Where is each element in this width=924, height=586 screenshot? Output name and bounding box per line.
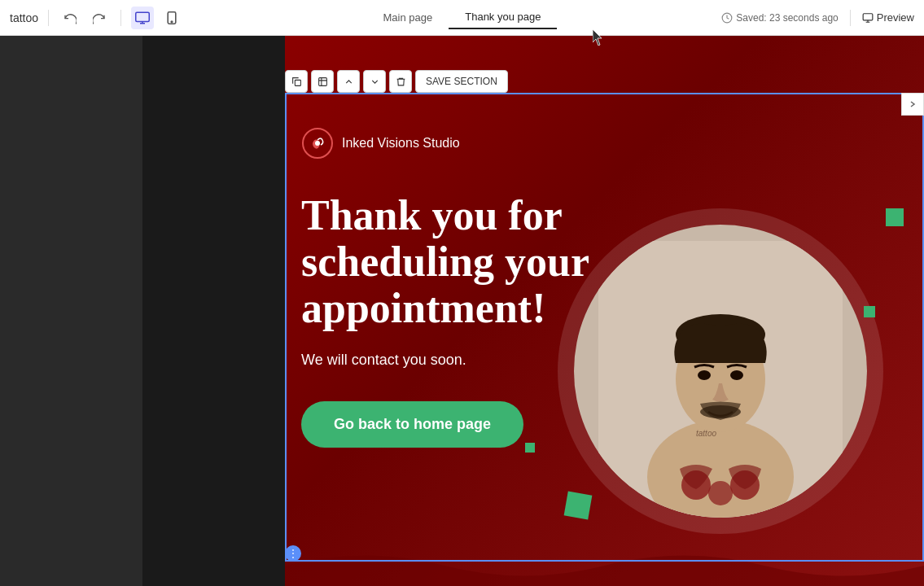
toolbar: tattoo Main page Thank you page Saved: 2… — [0, 0, 924, 36]
undo-button[interactable] — [59, 7, 81, 29]
section-handle[interactable] — [285, 545, 301, 562]
left-panel — [0, 36, 142, 586]
preview-label: Preview — [877, 11, 914, 24]
toolbar-left: tattoo — [10, 7, 721, 29]
desktop-view-button[interactable] — [131, 7, 154, 29]
cta-button[interactable]: Go back to home page — [301, 401, 523, 448]
divider3 — [850, 10, 851, 26]
copy-section-button[interactable] — [311, 70, 334, 93]
page-background: Inked Visions Studio Thank you for sched… — [285, 36, 924, 586]
decorative-square-2 — [864, 306, 875, 317]
svg-rect-6 — [318, 77, 326, 85]
person-illustration: tattoo — [598, 241, 843, 518]
site-name: tattoo — [10, 11, 38, 24]
tab-main-page[interactable]: Main page — [367, 7, 449, 28]
svg-text:tattoo: tattoo — [696, 429, 716, 438]
page-tabs: Main page Thank you page — [367, 6, 558, 29]
svg-point-15 — [730, 370, 743, 380]
saved-status-text: Saved: 23 seconds ago — [736, 12, 838, 24]
svg-rect-5 — [295, 80, 300, 85]
right-content: tattoo — [517, 143, 924, 586]
svg-point-2 — [171, 21, 173, 23]
portrait-image: tattoo — [574, 225, 867, 518]
section-content: Inked Visions Studio Thank you for sched… — [285, 94, 924, 560]
svg-point-19 — [708, 481, 733, 505]
divider — [48, 10, 49, 26]
svg-rect-4 — [863, 13, 873, 20]
toolbar-right: Saved: 23 seconds ago Preview — [721, 10, 914, 26]
logo-text: Inked Visions Studio — [342, 136, 460, 151]
decorative-square-1 — [886, 208, 904, 226]
move-up-button[interactable] — [337, 70, 360, 93]
canvas-wrapper: SAVE SECTION — [142, 36, 924, 586]
decorative-square-4 — [525, 443, 535, 453]
svg-rect-0 — [136, 12, 150, 21]
divider2 — [120, 10, 121, 26]
duplicate-section-button[interactable] — [285, 70, 308, 93]
wave-decoration — [285, 545, 924, 586]
mobile-view-button[interactable] — [160, 7, 183, 29]
editor-area: SAVE SECTION — [0, 36, 924, 586]
svg-point-14 — [698, 370, 711, 380]
delete-section-button[interactable] — [389, 70, 412, 93]
collapse-panel-button[interactable] — [901, 93, 924, 116]
tab-thank-you-page[interactable]: Thank you page — [449, 6, 557, 29]
svg-point-8 — [315, 141, 320, 146]
redo-button[interactable] — [88, 7, 111, 29]
logo-icon — [301, 127, 334, 160]
decorative-square-3 — [564, 492, 593, 520]
section-toolbar: SAVE SECTION — [285, 70, 508, 93]
save-section-button[interactable]: SAVE SECTION — [415, 70, 508, 93]
move-down-button[interactable] — [363, 70, 386, 93]
saved-status: Saved: 23 seconds ago — [721, 12, 838, 24]
preview-button[interactable]: Preview — [862, 11, 914, 24]
